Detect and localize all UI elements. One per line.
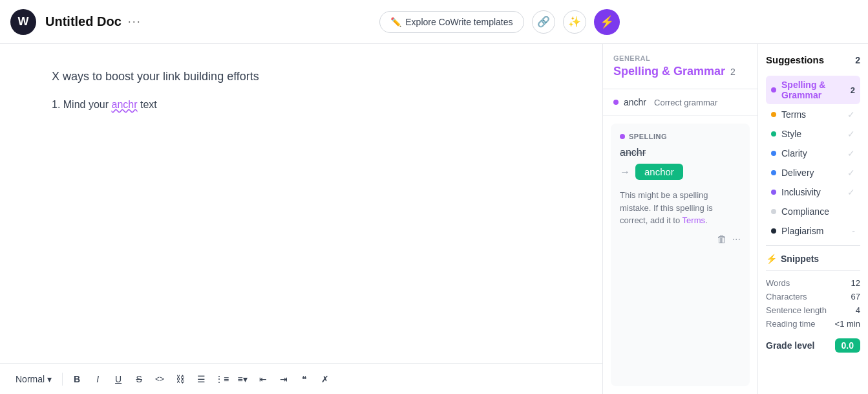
link-icon: 🔗 <box>537 16 550 28</box>
chars-stat: Characters 67 <box>766 290 860 303</box>
align-button[interactable]: ≡▾ <box>233 370 251 388</box>
grade-label: Grade level <box>766 340 815 351</box>
divider <box>766 245 860 246</box>
error-item[interactable]: anchr Correct grammar <box>603 89 757 116</box>
spelling-title: Spelling & Grammar 2 <box>613 65 747 78</box>
suggestions-count: 2 <box>855 55 860 65</box>
cowrite-button[interactable]: ✏️ Explore CoWrite templates <box>379 11 524 33</box>
suggestion-count: 2 <box>851 85 855 95</box>
stats-section: Words 12 Characters 67 Sentence length 4… <box>766 276 860 331</box>
suggestion-dot <box>771 87 776 93</box>
magic-icon: ✨ <box>568 16 581 28</box>
suggestion-label: Terms <box>781 109 806 120</box>
suggestions-sidebar: Suggestions 2 Spelling & Grammar2Terms✓S… <box>758 44 868 394</box>
general-label: GENERAL <box>613 54 747 62</box>
editor-content[interactable]: X ways to boost your link building effor… <box>0 44 602 363</box>
header-center: ✏️ Explore CoWrite templates 🔗 ✨ ⚡ <box>142 9 858 35</box>
suggestion-item-style[interactable]: Style✓ <box>766 125 860 143</box>
clear-format-button[interactable]: ✗ <box>316 370 334 388</box>
snippets-header: ⚡ Snippets <box>766 254 860 264</box>
chars-label: Characters <box>766 292 807 301</box>
correction-row: → anchor <box>620 164 741 180</box>
suggestion-label: Style <box>781 129 801 139</box>
link-insert-icon: ⛓ <box>176 374 185 384</box>
suggestion-item-clarity[interactable]: Clarity✓ <box>766 144 860 162</box>
link-insert-button[interactable]: ⛓ <box>171 370 189 388</box>
correct-word-badge[interactable]: anchor <box>635 164 683 180</box>
misspelled-word: anchr <box>111 99 137 110</box>
italic-button[interactable]: I <box>89 370 107 388</box>
suggestion-label: Clarity <box>781 148 807 159</box>
magic-button[interactable]: ✨ <box>563 10 586 34</box>
suggestion-dot <box>771 112 776 117</box>
suggestion-dot <box>771 228 776 234</box>
reading-stat: Reading time <1 min <box>766 317 860 331</box>
bold-button[interactable]: B <box>68 370 86 388</box>
spelling-card: SPELLING anchr → anchor This might be a … <box>611 124 750 386</box>
suggestion-dot <box>771 151 776 156</box>
blockquote-button[interactable]: ❝ <box>295 370 313 388</box>
words-label: Words <box>766 278 790 288</box>
words-stat: Words 12 <box>766 276 860 290</box>
app-header: W Untitled Doc ··· ✏️ Explore CoWrite te… <box>0 0 868 44</box>
link-button[interactable]: 🔗 <box>532 10 555 34</box>
suggestion-label: Compliance <box>781 206 829 217</box>
suggestion-dot <box>771 170 776 175</box>
code-button[interactable]: <> <box>151 370 169 388</box>
suggestion-item-spelling-&-grammar[interactable]: Spelling & Grammar2 <box>766 76 860 104</box>
error-dot <box>613 100 619 105</box>
suggestion-dot <box>771 209 776 214</box>
sentence-label: Sentence length <box>766 305 827 315</box>
indent-icon: ⇥ <box>280 374 288 384</box>
error-word: anchr <box>624 97 646 107</box>
reading-value: <1 min <box>835 319 860 329</box>
underline-button[interactable]: U <box>109 370 127 388</box>
sentence-value: 4 <box>856 305 860 315</box>
suggestion-item-delivery[interactable]: Delivery✓ <box>766 164 860 182</box>
more-options-button[interactable]: ··· <box>128 15 142 28</box>
sentence-stat: Sentence length 4 <box>766 303 860 317</box>
pencil-icon: ✏️ <box>390 17 401 27</box>
doc-paragraph: 1. Mind your anchr text <box>52 99 551 111</box>
more-card-button[interactable]: ··· <box>732 234 741 245</box>
editor-area: X ways to boost your link building effor… <box>0 44 603 394</box>
strikethrough-button[interactable]: S <box>130 370 148 388</box>
spelling-panel: GENERAL Spelling & Grammar 2 anchr Corre… <box>603 44 758 394</box>
suggestion-item-plagiarism[interactable]: Plagiarism- <box>766 222 860 240</box>
ordered-list-button[interactable]: ⋮≡ <box>213 370 231 388</box>
style-select[interactable]: Normal ▾ <box>10 371 57 387</box>
grade-badge: 0.0 <box>835 338 860 353</box>
suggestion-label: Delivery <box>781 168 814 178</box>
spelling-note: This might be a spelling mistake. If thi… <box>620 189 741 227</box>
align-icon: ≡▾ <box>238 374 248 384</box>
editor-toolbar: Normal ▾ B I U S <> ⛓ ☰ <box>0 363 602 394</box>
dash-icon: - <box>852 226 855 236</box>
paragraph-prefix: 1. Mind your <box>52 99 111 110</box>
check-icon: ✓ <box>847 129 855 139</box>
spelling-header: GENERAL Spelling & Grammar 2 <box>603 44 757 89</box>
terms-link[interactable]: Terms <box>683 215 705 225</box>
snippets-section: ⚡ Snippets <box>766 254 860 264</box>
reading-label: Reading time <box>766 319 816 329</box>
suggestion-items: Spelling & Grammar2Terms✓Style✓Clarity✓D… <box>766 76 860 240</box>
delete-button[interactable]: 🗑 <box>717 234 727 245</box>
wrong-word: anchr <box>620 147 741 159</box>
suggestion-item-inclusivity[interactable]: Inclusivity✓ <box>766 183 860 201</box>
suggestions-header: Suggestions 2 <box>766 54 860 65</box>
lightning-button[interactable]: ⚡ <box>594 9 620 35</box>
toolbar-divider-1 <box>62 373 63 386</box>
indent-button[interactable]: ⇥ <box>275 370 293 388</box>
suggestion-item-terms[interactable]: Terms✓ <box>766 105 860 124</box>
bullet-list-icon: ☰ <box>197 374 206 384</box>
chevron-down-icon: ▾ <box>47 374 52 384</box>
clear-icon: ✗ <box>321 374 329 384</box>
check-icon: ✓ <box>847 148 855 159</box>
words-value: 12 <box>851 278 860 288</box>
outdent-button[interactable]: ⇤ <box>254 370 272 388</box>
error-action: Correct grammar <box>654 98 717 107</box>
outdent-icon: ⇤ <box>259 374 267 384</box>
bullet-list-button[interactable]: ☰ <box>192 370 210 388</box>
suggestion-item-compliance[interactable]: Compliance <box>766 202 860 221</box>
snippets-icon: ⚡ <box>766 254 777 264</box>
card-actions: 🗑 ··· <box>620 234 741 245</box>
